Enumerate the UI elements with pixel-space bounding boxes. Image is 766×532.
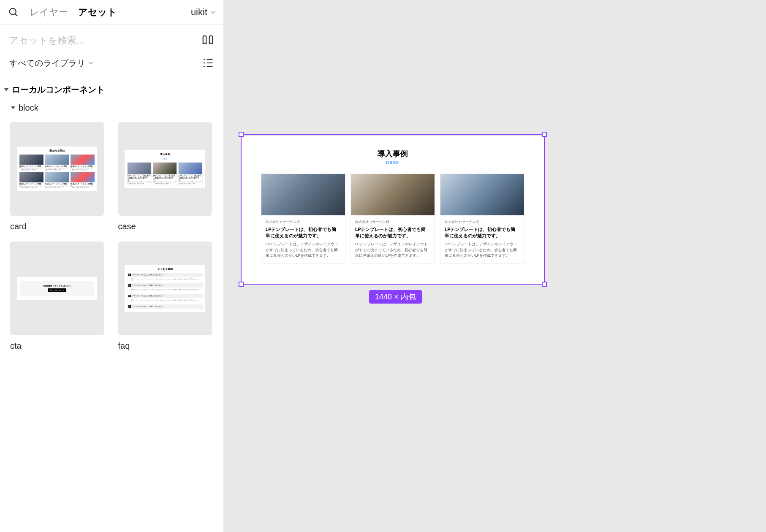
asset-label: cta: [10, 341, 106, 351]
search-icon[interactable]: [8, 6, 19, 18]
asset-search-row: [0, 25, 223, 50]
svg-point-7: [204, 66, 205, 67]
svg-point-6: [204, 62, 205, 63]
group-block[interactable]: block: [4, 100, 219, 116]
asset-label: faq: [118, 341, 214, 351]
asset-thumbnail: 7日間無料トライアルはこちら 詳しくはこちら ▸: [10, 242, 104, 335]
thumb-title: 導入事例: [127, 152, 203, 156]
panel-tabs: レイヤー アセット uikit: [0, 0, 223, 25]
asset-label: card: [10, 222, 106, 231]
local-components-section: ローカルコンポーネント block 選ばれる理由 01.優れたマーケティング機能…: [0, 76, 223, 361]
asset-case[interactable]: 導入事例 CASE LPテンプレートは、初心者でも簡単に使えるのが魅力です。LP…: [118, 122, 214, 231]
library-icon[interactable]: [201, 34, 214, 47]
svg-point-0: [10, 8, 16, 15]
selection-outline[interactable]: [241, 134, 545, 285]
section-title: ローカルコンポーネント: [12, 84, 105, 95]
asset-thumbnail: よくある質問 QLPテンプレートはどこで購入できますか？ LPテンプレートは、デ…: [118, 242, 212, 335]
svg-point-5: [204, 59, 205, 60]
asset-grid: 選ばれる理由 01.優れたマーケティング機能LPテンプレートは、デザインやレイア…: [4, 116, 219, 361]
file-name-label: uikit: [191, 7, 207, 18]
asset-thumbnail: 導入事例 CASE LPテンプレートは、初心者でも簡単に使えるのが魅力です。LP…: [118, 122, 212, 216]
asset-faq[interactable]: よくある質問 QLPテンプレートはどこで購入できますか？ LPテンプレートは、デ…: [118, 242, 214, 351]
group-label: block: [19, 103, 38, 113]
tab-layers[interactable]: レイヤー: [30, 6, 68, 19]
list-view-icon[interactable]: [202, 57, 214, 69]
canvas[interactable]: 導入事例 CASE 株式会社 ITサービス様 LPテンプレートは、初心者でも簡単…: [224, 0, 766, 532]
resize-handle-br[interactable]: [542, 282, 547, 287]
asset-search-input[interactable]: [9, 35, 196, 46]
tab-assets[interactable]: アセット: [78, 6, 117, 19]
resize-handle-tl[interactable]: [239, 132, 244, 137]
section-local-components[interactable]: ローカルコンポーネント: [4, 80, 219, 100]
library-filter[interactable]: すべてのライブラリ: [9, 57, 94, 69]
asset-cta[interactable]: 7日間無料トライアルはこちら 詳しくはこちら ▸ cta: [10, 242, 106, 351]
asset-card[interactable]: 選ばれる理由 01.優れたマーケティング機能LPテンプレートは、デザインやレイア…: [10, 122, 106, 231]
selection-size-badge: 1440 × 内包: [369, 290, 422, 304]
chevron-down-icon: [88, 60, 94, 66]
disclosure-triangle-icon: [11, 106, 15, 109]
thumb-title: 選ばれる理由: [19, 149, 95, 153]
svg-line-1: [15, 14, 18, 16]
disclosure-triangle-icon: [4, 88, 8, 91]
library-filter-row: すべてのライブラリ: [0, 50, 223, 76]
assets-panel: レイヤー アセット uikit すべてのライブラリ ローカルコンポーネント b: [0, 0, 224, 532]
asset-label: case: [118, 222, 214, 231]
chevron-down-icon: [210, 9, 216, 15]
asset-thumbnail: 選ばれる理由 01.優れたマーケティング機能LPテンプレートは、デザインやレイア…: [10, 122, 104, 216]
resize-handle-bl[interactable]: [239, 282, 244, 287]
resize-handle-tr[interactable]: [542, 132, 547, 137]
file-switcher[interactable]: uikit: [191, 7, 216, 18]
library-filter-label: すべてのライブラリ: [9, 57, 85, 69]
